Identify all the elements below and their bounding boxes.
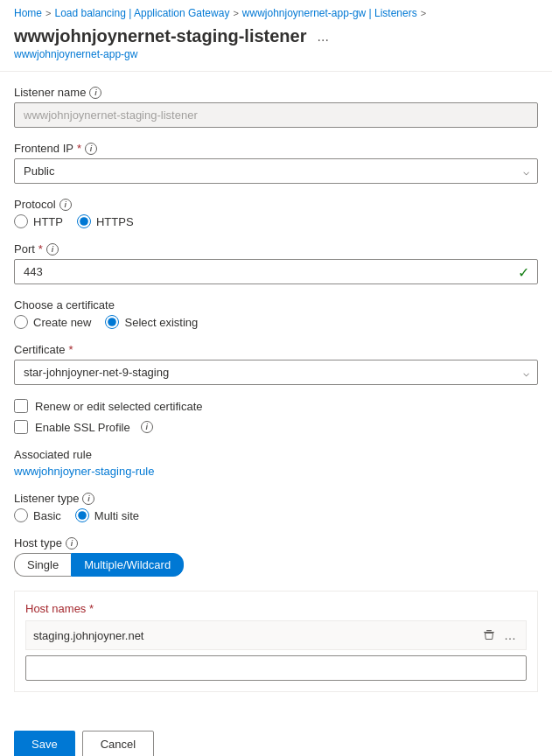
protocol-info-icon[interactable]: i xyxy=(59,199,72,211)
breadcrumb-sep1: > xyxy=(45,8,51,18)
cert-create-new-option[interactable]: Create new xyxy=(14,315,91,329)
ssl-profile-info-icon[interactable]: i xyxy=(141,421,153,433)
host-type-single-button[interactable]: Single xyxy=(14,553,71,577)
cert-create-new-radio[interactable] xyxy=(14,315,28,329)
listener-name-input[interactable] xyxy=(14,102,538,128)
protocol-group: Protocol i HTTP HTTPS xyxy=(14,198,538,228)
port-input[interactable] xyxy=(14,259,538,284)
associated-rule-group: Associated rule wwwjohnjoyner-staging-ru… xyxy=(14,448,538,478)
certificate-select-wrapper: star-johnjoyner-net-9-staging ⌵ xyxy=(14,360,538,385)
listener-type-basic-option[interactable]: Basic xyxy=(14,508,61,522)
host-name-new-input[interactable] xyxy=(25,655,527,681)
listener-type-label: Listener type i xyxy=(14,492,538,505)
protocol-http-option[interactable]: HTTP xyxy=(14,214,63,228)
associated-rule-label: Associated rule xyxy=(14,448,538,461)
cert-select-existing-radio[interactable] xyxy=(105,315,119,329)
host-name-row: staging.johnjoyner.net … xyxy=(25,620,527,650)
associated-rule-link[interactable]: wwwjohnjoyner-staging-rule xyxy=(14,465,154,478)
breadcrumb-home[interactable]: Home xyxy=(14,7,42,19)
breadcrumb-lb[interactable]: Load balancing | Application Gateway xyxy=(54,7,229,19)
host-type-multiple-button[interactable]: Multiple/Wildcard xyxy=(71,553,184,577)
choose-certificate-label: Choose a certificate xyxy=(14,298,538,312)
renew-cert-checkbox-label[interactable]: Renew or edit selected certificate xyxy=(14,399,538,413)
listener-type-basic-radio[interactable] xyxy=(14,508,28,522)
choose-certificate-group: Choose a certificate Create new Select e… xyxy=(14,298,538,329)
renew-cert-group: Renew or edit selected certificate xyxy=(14,399,538,413)
host-type-group: Host type i Single Multiple/Wildcard xyxy=(14,536,538,577)
listener-type-group: Listener type i Basic Multi site xyxy=(14,492,538,522)
host-name-more-button[interactable]: … xyxy=(502,626,519,644)
port-label: Port * i xyxy=(14,242,538,256)
host-name-value: staging.johnjoyner.net xyxy=(33,629,474,642)
listener-type-info-icon[interactable]: i xyxy=(82,493,94,505)
ssl-profile-checkbox[interactable] xyxy=(14,420,28,434)
frontend-ip-select[interactable]: Public xyxy=(14,158,538,184)
host-names-label: Host names * xyxy=(25,602,527,615)
breadcrumb-sep2: > xyxy=(233,8,238,18)
protocol-https-option[interactable]: HTTPS xyxy=(77,214,134,228)
host-name-delete-button[interactable] xyxy=(481,627,497,643)
listener-type-radio-group: Basic Multi site xyxy=(14,508,538,522)
listener-name-info-icon[interactable]: i xyxy=(89,87,101,99)
ssl-profile-checkbox-label[interactable]: Enable SSL Profile i xyxy=(14,420,538,434)
host-name-actions: … xyxy=(481,626,519,644)
frontend-ip-select-wrapper: Public ⌵ xyxy=(14,158,538,184)
breadcrumb-gw[interactable]: wwwjohnjoynernet-app-gw | Listeners xyxy=(242,7,417,19)
protocol-radio-group: HTTP HTTPS xyxy=(14,214,538,228)
ssl-profile-group: Enable SSL Profile i xyxy=(14,420,538,434)
host-type-label: Host type i xyxy=(14,536,538,550)
cert-select-existing-option[interactable]: Select existing xyxy=(105,315,198,329)
certificate-select[interactable]: star-johnjoyner-net-9-staging xyxy=(14,360,538,385)
host-names-section: Host names * staging.johnjoyner.net … xyxy=(14,591,538,692)
frontend-ip-info-icon[interactable]: i xyxy=(85,143,97,155)
port-info-icon[interactable]: i xyxy=(46,243,59,256)
frontend-ip-group: Frontend IP * i Public ⌵ xyxy=(14,142,538,184)
protocol-label: Protocol i xyxy=(14,198,538,211)
form-body: Listener name i Frontend IP * i Public ⌵… xyxy=(0,72,552,720)
breadcrumb: Home > Load balancing | Application Gate… xyxy=(0,0,552,23)
svg-rect-1 xyxy=(486,630,492,631)
breadcrumb-sep3: > xyxy=(421,8,426,18)
listener-name-group: Listener name i xyxy=(14,86,538,128)
listener-name-label: Listener name i xyxy=(14,86,538,99)
certificate-radio-group: Create new Select existing xyxy=(14,315,538,329)
cancel-button[interactable]: Cancel xyxy=(82,731,154,756)
page-title: wwwjohnjoynernet-staging-listener xyxy=(14,26,306,46)
certificate-group: Certificate * star-johnjoyner-net-9-stag… xyxy=(14,343,538,385)
listener-type-multisite-radio[interactable] xyxy=(75,508,89,522)
footer-buttons: Save Cancel xyxy=(0,720,552,756)
frontend-ip-label: Frontend IP * i xyxy=(14,142,538,155)
listener-type-multisite-option[interactable]: Multi site xyxy=(75,508,139,522)
save-button[interactable]: Save xyxy=(14,731,75,756)
host-type-info-icon[interactable]: i xyxy=(66,537,78,550)
page-header: wwwjohnjoynernet-staging-listener ... xyxy=(0,23,552,48)
protocol-http-radio[interactable] xyxy=(14,214,28,228)
renew-cert-checkbox[interactable] xyxy=(14,399,28,413)
page-subtitle: wwwjohnjoynernet-app-gw xyxy=(0,48,552,71)
port-input-wrapper: ✓ xyxy=(14,259,538,284)
ellipsis-button[interactable]: ... xyxy=(313,27,332,46)
certificate-label: Certificate * xyxy=(14,343,538,356)
host-type-toggle-group: Single Multiple/Wildcard xyxy=(14,553,538,577)
port-group: Port * i ✓ xyxy=(14,242,538,284)
protocol-https-radio[interactable] xyxy=(77,214,91,228)
